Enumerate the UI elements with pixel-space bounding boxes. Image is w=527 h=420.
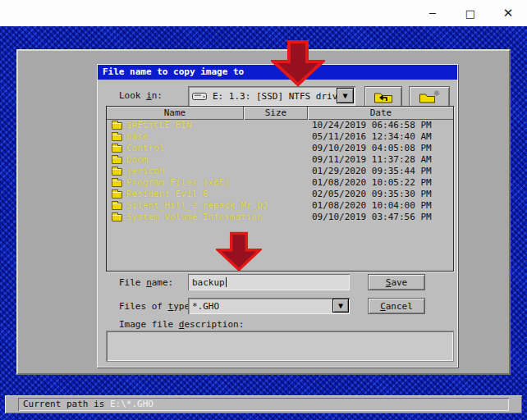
column-header-size[interactable]: Size — [245, 107, 308, 120]
save-button[interactable]: Save — [368, 274, 425, 290]
current-path-field: Current path is E:\*.GHO — [18, 398, 509, 411]
file-list-row[interactable]: Silent_Hill_2_repack_Mr_DJ 01/08/2020 10… — [107, 200, 453, 212]
file-list-row[interactable]: base 05/11/2016 12:34:40 AM — [107, 131, 453, 143]
folder-icon — [112, 157, 122, 164]
new-folder-icon — [418, 89, 441, 104]
files-of-type-select[interactable]: *.GHO ▼ — [188, 298, 350, 314]
row-date: 09/10/2019 03:47:56 PM — [312, 212, 432, 223]
row-date: 02/05/2020 09:35:30 PM — [312, 189, 432, 200]
row-date: 10/24/2019 06:46:58 PM — [312, 120, 432, 131]
current-path-value: E:\*.GHO — [110, 399, 154, 409]
text-caret — [226, 277, 227, 287]
folder-icon — [112, 214, 122, 221]
close-button[interactable]: ✕ — [489, 0, 527, 26]
file-list-row[interactable]: System Volume Information 09/10/2019 03:… — [107, 212, 453, 223]
status-bar: Current path is E:\*.GHO — [5, 395, 522, 413]
file-name-value: backup — [192, 277, 225, 288]
file-list-row[interactable]: Resident Evil 6 02/05/2020 09:35:30 PM — [107, 189, 453, 200]
column-header-date[interactable]: Date — [309, 107, 453, 120]
up-one-level-button[interactable] — [364, 86, 402, 107]
dialog-title: File name to copy image to — [103, 66, 244, 77]
look-in-value: E: 1.3: [SSD] NTFS drive — [213, 91, 343, 102]
row-date: 05/11/2016 12:34:40 AM — [312, 131, 432, 143]
folder-icon — [112, 191, 122, 199]
row-name: System Volume Information — [126, 212, 263, 223]
annotation-arrow-file-name — [216, 230, 262, 273]
row-date: 01/08/2020 10:04:00 PM — [312, 200, 432, 212]
window-titlebar: ─ □ ✕ — [0, 0, 527, 26]
row-name: Doom — [126, 154, 149, 166]
row-name: base — [126, 131, 149, 143]
row-date: 01/08/2020 10:05:22 PM — [312, 177, 432, 189]
maximize-button[interactable]: □ — [451, 0, 489, 26]
row-date: 09/10/2019 04:05:08 PM — [312, 143, 432, 154]
file-list-row[interactable]: Program Files (x86) 01/08/2020 10:05:22 … — [107, 177, 453, 189]
file-name-label: File name: — [119, 277, 173, 288]
chevron-down-icon: ▼ — [342, 91, 347, 100]
drive-icon — [192, 92, 209, 101]
file-list-row[interactable]: jericoh 01/29/2020 09:35:44 PM — [107, 166, 453, 177]
files-of-type-label: Files of type: — [119, 301, 195, 312]
ghost-desktop: File name to copy image to Look in: E: 1… — [0, 26, 527, 420]
row-name: Silent_Hill_2_repack_Mr_DJ — [126, 200, 268, 212]
folder-icon — [112, 122, 122, 130]
new-folder-button[interactable] — [409, 86, 450, 107]
minimize-button[interactable]: ─ — [414, 0, 451, 26]
description-label: Image file description: — [119, 319, 244, 330]
row-date: 09/11/2019 11:37:28 AM — [312, 154, 432, 166]
current-path-prefix: Current path is — [23, 399, 110, 409]
file-list: Name Size Date $RECYCLE.BIN 10/24/2019 0… — [106, 106, 454, 272]
file-name-input[interactable]: backup — [188, 274, 350, 290]
folder-up-icon — [373, 89, 394, 104]
row-name: jericoh — [126, 166, 164, 177]
file-list-row[interactable]: Doom 09/11/2019 11:37:28 AM — [107, 154, 453, 166]
files-of-type-value: *.GHO — [192, 301, 219, 312]
image-description-textarea[interactable] — [106, 331, 454, 362]
look-in-label: Look in: — [119, 90, 163, 101]
folder-icon — [112, 180, 122, 187]
column-header-name[interactable]: Name — [107, 107, 244, 120]
row-name: $RECYCLE.BIN — [126, 120, 191, 131]
folder-icon — [112, 168, 122, 176]
cancel-button[interactable]: Cancel — [368, 298, 425, 314]
chevron-down-icon: ▼ — [338, 301, 343, 310]
row-name: Resident Evil 6 — [126, 189, 208, 200]
look-in-select[interactable]: E: 1.3: [SSD] NTFS drive ▼ — [188, 86, 355, 106]
files-of-type-dropdown-button[interactable]: ▼ — [332, 299, 349, 313]
file-list-row[interactable]: Control 09/10/2019 04:05:08 PM — [107, 143, 453, 154]
look-in-dropdown-button[interactable]: ▼ — [337, 88, 354, 103]
folder-icon — [112, 203, 122, 210]
folder-icon — [112, 134, 122, 141]
row-date: 01/29/2020 09:35:44 PM — [312, 166, 432, 177]
file-list-header: Name Size Date — [107, 107, 453, 120]
row-name: Control — [126, 143, 164, 154]
annotation-arrow-look-in — [271, 39, 325, 87]
folder-icon — [112, 145, 122, 153]
screen: ─ □ ✕ File name to copy image to Look in… — [0, 0, 527, 420]
row-name: Program Files (x86) — [126, 177, 230, 189]
file-save-dialog: File name to copy image to Look in: E: 1… — [97, 64, 458, 368]
file-list-row[interactable]: $RECYCLE.BIN 10/24/2019 06:46:58 PM — [107, 120, 453, 131]
